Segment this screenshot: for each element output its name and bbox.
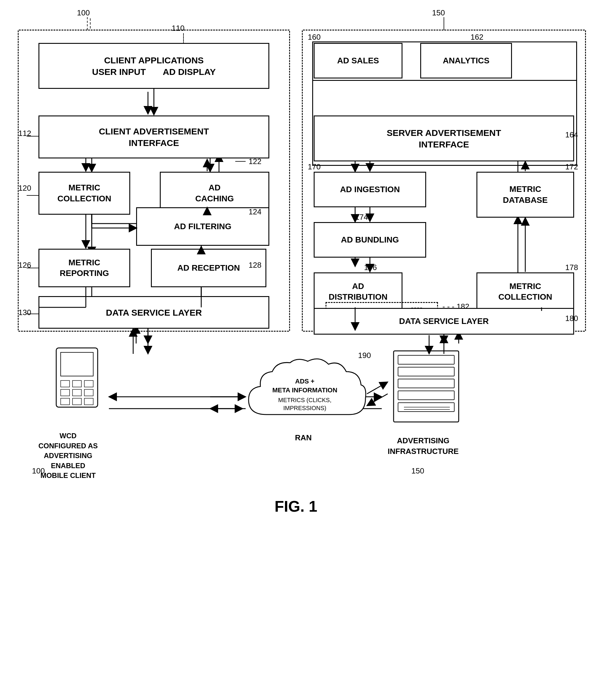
svg-line-98 [367,394,388,406]
svg-rect-53 [61,352,93,376]
diagram: 100 150 110 CLIENT APPLICATIONSUSER INPU… [0,0,604,700]
metric-reporting-box: METRICREPORTING [38,249,130,287]
adv-infra-device [388,345,465,434]
ref-124: 124 [248,207,261,217]
client-ad-interface-label: CLIENT ADVERTISEMENTINTERFACE [99,126,209,149]
svg-text:IMPRESSIONS): IMPRESSIONS) [283,405,326,411]
svg-rect-66 [398,379,454,388]
svg-rect-67 [398,391,454,400]
svg-rect-57 [61,390,70,396]
ref-170: 170 [308,162,320,171]
svg-text:ADS +: ADS + [295,378,314,385]
metric-collection-client-label: METRICCOLLECTION [57,182,111,204]
ref-150-bottom: 150 [411,466,424,476]
svg-rect-59 [84,390,93,396]
ref-162: 162 [471,32,483,42]
ad-filtering-label: AD FILTERING [174,221,231,232]
ref-172: 172 [565,162,578,171]
ref-174: 174 [355,212,368,222]
ran-label: RAN [286,432,321,443]
ad-ingestion-box: AD INGESTION [314,172,426,207]
ref-150-top: 150 [432,8,445,18]
ref-100-top: 100 [77,8,90,18]
ad-ingestion-label: AD INGESTION [340,184,400,195]
data-service-layer-server-label: DATA SERVICE LAYER [399,316,489,327]
metric-collection-client-box: METRICCOLLECTION [38,172,130,215]
ref-180: 180 [565,314,578,323]
server-inner-group [312,42,577,166]
ref-130: 130 [18,308,31,317]
ad-bundling-label: AD BUNDLING [341,234,399,245]
svg-rect-61 [73,398,81,405]
cloud-svg: ADS + META INFORMATION METRICS (CLICKS, … [243,355,367,432]
ref-112: 112 [18,129,31,138]
svg-rect-64 [398,355,454,364]
svg-rect-58 [73,390,81,396]
svg-rect-54 [61,380,70,387]
svg-text:METRICS (CLICKS,: METRICS (CLICKS, [278,397,332,403]
ref-100-bottom: 100 [32,466,45,476]
fig-label: FIG. 1 [207,497,385,515]
ref-122: 122 [248,157,261,166]
data-service-layer-client-label: DATA SERVICE LAYER [106,307,202,318]
ref-190: 190 [358,351,371,360]
data-service-layer-client-box: DATA SERVICE LAYER [38,296,269,329]
wcd-device [47,345,107,428]
ref-128: 128 [248,260,261,270]
svg-rect-56 [84,380,93,387]
svg-rect-55 [73,380,81,387]
client-app-label: CLIENT APPLICATIONSUSER INPUT AD DISPLAY [92,54,216,78]
cloud-container: ADS + META INFORMATION METRICS (CLICKS, … [243,355,367,433]
ref-178: 178 [565,263,578,272]
server-inner-divider [312,80,577,81]
ad-bundling-box: AD BUNDLING [314,222,426,258]
adv-infra-label: ADVERTISINGINFRASTRUCTURE [379,435,468,457]
ref-160: 160 [308,32,320,42]
client-ad-interface-box: CLIENT ADVERTISEMENTINTERFACE [38,116,269,158]
metric-collection-server-label: METRICCOLLECTION [498,281,552,303]
svg-rect-60 [61,398,70,405]
svg-line-97 [367,382,388,394]
svg-rect-62 [84,398,93,405]
metric-database-box: METRICDATABASE [476,172,574,218]
ref-126: 126 [18,260,31,270]
metric-database-label: METRICDATABASE [503,184,548,205]
ad-caching-label: ADCACHING [195,182,234,204]
ad-distribution-label: ADDISTRIBUTION [329,281,387,303]
metric-reporting-label: METRICREPORTING [60,257,109,279]
svg-rect-65 [398,367,454,376]
ref-120: 120 [18,183,31,193]
ref-176: 176 [364,263,377,272]
ad-reception-label: AD RECEPTION [177,262,240,273]
metric-collection-server-box: METRICCOLLECTION [476,272,574,311]
data-service-layer-server-box: DATA SERVICE LAYER [314,308,574,334]
svg-text:META INFORMATION: META INFORMATION [272,386,337,394]
client-app-box: CLIENT APPLICATIONSUSER INPUT AD DISPLAY [38,43,269,89]
